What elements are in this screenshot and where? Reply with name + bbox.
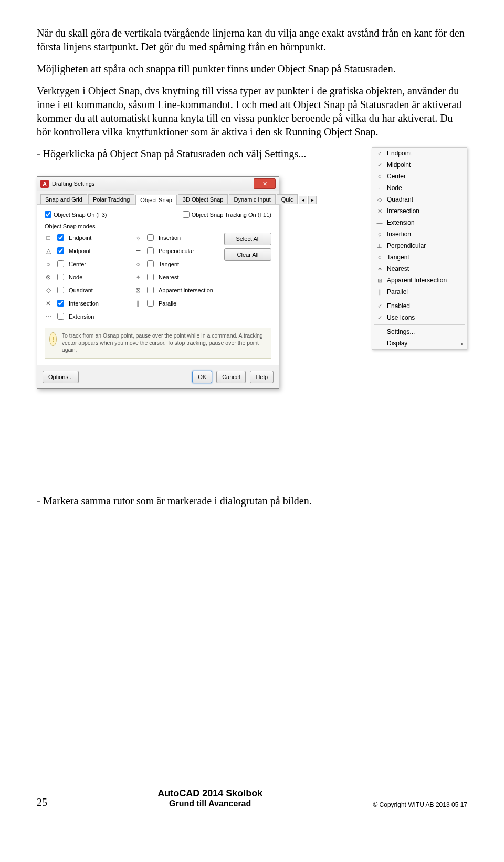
snap-mode-row: ⎀Insertion — [134, 233, 219, 243]
tab-scroll-left[interactable]: ◂ — [299, 196, 307, 204]
tab-3d-object-snap[interactable]: 3D Object Snap — [178, 194, 228, 204]
clear-all-button[interactable]: Clear All — [224, 248, 271, 261]
drafting-settings-dialog: A Drafting Settings ✕ Snap and Grid Pola… — [37, 176, 279, 389]
context-menu-item[interactable]: ✓Endpoint — [372, 148, 467, 159]
tab-object-snap[interactable]: Object Snap — [135, 195, 177, 205]
tab-snap-grid[interactable]: Snap and Grid — [40, 194, 87, 204]
context-menu-item[interactable]: —Extension — [372, 217, 467, 228]
body-paragraph: Möjligheten att spåra och snappa till pu… — [37, 62, 467, 76]
context-menu-use-icons[interactable]: ✓Use Icons — [372, 312, 467, 323]
snap-mode-label: Perpendicular — [159, 248, 194, 254]
snap-mode-label: Insertion — [159, 235, 181, 241]
menu-item-label: Node — [387, 184, 402, 192]
tab-quick[interactable]: Quic — [277, 194, 298, 204]
page-footer: 25 AutoCAD 2014 Skolbok Grund till Avanc… — [37, 788, 467, 808]
snap-mode-row: ⌖Nearest — [134, 272, 219, 282]
context-menu-item[interactable]: ⊠Apparent Intersection — [372, 275, 467, 286]
snap-mode-row: ⋯Extension — [45, 311, 129, 321]
tab-dynamic-input[interactable]: Dynamic Input — [229, 194, 275, 204]
snap-mode-checkbox[interactable] — [57, 247, 64, 254]
snap-mode-checkbox[interactable] — [147, 247, 154, 254]
snap-mode-checkbox[interactable] — [147, 260, 154, 267]
menu-item-icon: ○ — [375, 173, 384, 180]
body-paragraph: När du skall göra de vertikala tvärgåend… — [37, 26, 467, 54]
context-menu-item[interactable]: ⊥Perpendicular — [372, 240, 467, 251]
check-icon: ✓ — [375, 303, 384, 310]
tab-strip: Snap and Grid Polar Tracking Object Snap… — [37, 191, 279, 205]
snap-mode-checkbox[interactable] — [147, 287, 154, 293]
osnap-tracking-check[interactable]: Object Snap Tracking On (F11) — [183, 211, 271, 218]
snap-mode-checkbox[interactable] — [57, 260, 64, 267]
menu-item-icon: ◇ — [375, 196, 384, 203]
menu-item-label: Midpoint — [387, 161, 411, 169]
context-menu-item[interactable]: ◇Quadrant — [372, 194, 467, 205]
snap-mode-row: ⊠Apparent intersection — [134, 285, 219, 295]
select-all-button[interactable]: Select All — [224, 233, 271, 245]
osnap-tracking-checkbox[interactable] — [183, 211, 190, 218]
menu-item-icon: ✕ — [375, 208, 384, 215]
snap-mode-label: Extension — [69, 313, 94, 320]
menu-item-label: Quadrant — [387, 196, 413, 203]
tip-text: To track from an Osnap point, pause over… — [62, 332, 267, 354]
menu-item-label: Insertion — [387, 230, 411, 238]
snap-mode-checkbox[interactable] — [147, 274, 154, 280]
osnap-tracking-label: Object Snap Tracking On (F11) — [192, 212, 271, 218]
ok-button[interactable]: OK — [192, 371, 212, 383]
instruction-line: - Högerklicka på Object Snap på Statusra… — [37, 147, 361, 161]
snap-symbol-icon: ○ — [45, 260, 52, 268]
menu-item-label: Endpoint — [387, 150, 412, 157]
snap-mode-row: ⊗Node — [45, 272, 129, 282]
snap-mode-checkbox[interactable] — [57, 287, 64, 293]
context-menu-item[interactable]: ⎀Insertion — [372, 228, 467, 240]
snap-mode-row: ✕Intersection — [45, 298, 129, 308]
check-icon: ✓ — [375, 314, 384, 321]
osnap-on-check[interactable]: Object Snap On (F3) — [45, 211, 107, 218]
snap-mode-checkbox[interactable] — [57, 300, 64, 307]
menu-item-icon: ⊥ — [375, 243, 384, 249]
snap-mode-checkbox[interactable] — [57, 234, 64, 241]
tab-scroll-right[interactable]: ▸ — [308, 196, 317, 204]
context-menu-settings[interactable]: Settings... — [372, 326, 467, 338]
menu-item-icon: ∥ — [375, 289, 384, 296]
osnap-on-checkbox[interactable] — [45, 211, 51, 218]
cancel-button[interactable]: Cancel — [216, 371, 246, 383]
snap-mode-label: Nearest — [159, 274, 179, 280]
menu-item-label: Enabled — [387, 302, 410, 310]
context-menu-item[interactable]: ✕Intersection — [372, 205, 467, 217]
chevron-right-icon: ▸ — [461, 341, 464, 346]
snap-mode-checkbox[interactable] — [147, 234, 154, 241]
menu-item-icon: ✓ — [375, 150, 384, 157]
snap-mode-checkbox[interactable] — [147, 300, 154, 307]
menu-item-icon: ✶ — [375, 266, 384, 272]
dialog-body: Object Snap On (F3) Object Snap Tracking… — [37, 205, 279, 365]
close-button[interactable]: ✕ — [254, 178, 276, 189]
context-menu-item[interactable]: ○Tangent — [372, 251, 467, 263]
options-button[interactable]: Options... — [43, 371, 79, 383]
context-menu-item[interactable]: ○Center — [372, 171, 467, 182]
body-paragraph: Verktygen i Object Snap, dvs knytning ti… — [37, 84, 467, 139]
context-menu-item[interactable]: ✓Midpoint — [372, 159, 467, 171]
snap-mode-row: ⊢Perpendicular — [134, 246, 219, 256]
footer-subtitle: Grund till Avancerad — [158, 799, 262, 808]
context-menu-item[interactable]: ✶Nearest — [372, 263, 467, 275]
menu-item-label: Parallel — [387, 288, 408, 296]
menu-item-label: Intersection — [387, 207, 419, 215]
menu-item-label: Display — [387, 340, 407, 347]
snap-mode-label: Apparent intersection — [159, 287, 213, 293]
menu-item-label: Settings... — [387, 328, 415, 335]
snap-mode-checkbox[interactable] — [57, 313, 64, 320]
snap-mode-label: Midpoint — [69, 248, 91, 254]
snap-symbol-icon: ∥ — [134, 300, 142, 307]
tab-polar-tracking[interactable]: Polar Tracking — [88, 194, 134, 204]
context-menu-item[interactable]: ·Node — [372, 182, 467, 194]
group-label: Object Snap modes — [45, 223, 271, 229]
context-menu-item[interactable]: ∥Parallel — [372, 286, 467, 298]
help-button[interactable]: Help — [250, 371, 274, 383]
snap-symbol-icon: ⊢ — [134, 247, 142, 255]
snap-symbol-icon: ○ — [134, 260, 142, 268]
snap-mode-row: △Midpoint — [45, 246, 129, 256]
context-menu-display[interactable]: Display▸ — [372, 338, 467, 349]
snap-symbol-icon: ⌖ — [134, 274, 142, 281]
context-menu-enabled[interactable]: ✓Enabled — [372, 300, 467, 312]
snap-mode-checkbox[interactable] — [57, 274, 64, 280]
